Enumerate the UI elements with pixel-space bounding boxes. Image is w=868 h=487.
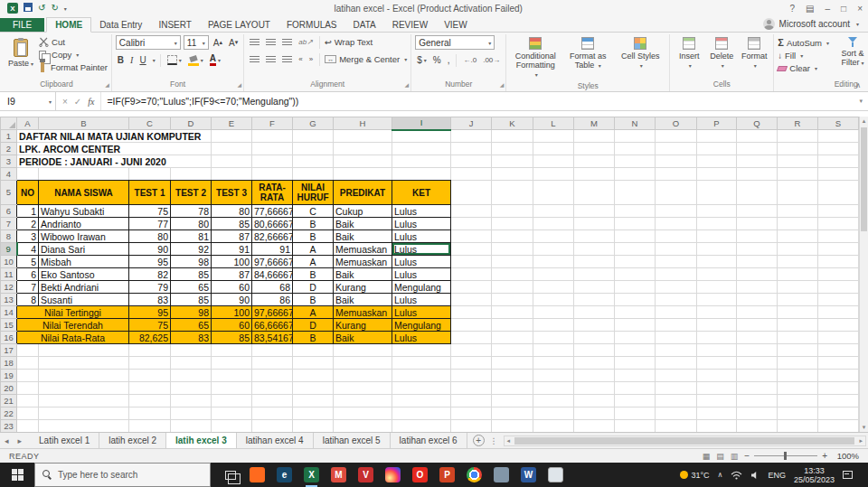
tab-data-entry[interactable]: Data Entry: [91, 18, 150, 32]
cell-R16[interactable]: [778, 332, 818, 344]
cell-P18[interactable]: [697, 357, 737, 370]
tab-data[interactable]: DATA: [345, 18, 384, 32]
cell-G12[interactable]: D: [293, 281, 334, 294]
increase-font-icon[interactable]: A▴: [212, 36, 224, 50]
vertical-scrollbar[interactable]: ▴ ▾: [859, 117, 868, 432]
cell-S16[interactable]: [818, 332, 859, 344]
cell-L2[interactable]: [533, 143, 574, 155]
cell-A21[interactable]: [17, 395, 39, 407]
enter-formula-icon[interactable]: ✓: [74, 97, 81, 107]
cell-S7[interactable]: [818, 218, 859, 230]
conditional-formatting-button[interactable]: Conditional Formatting ▾: [510, 35, 561, 81]
cell-N11[interactable]: [615, 268, 656, 281]
fill-color-button[interactable]: ▾: [186, 53, 205, 67]
cell-C23[interactable]: [129, 420, 171, 433]
cell-C5[interactable]: TEST 1: [129, 181, 171, 205]
cell-J19[interactable]: [451, 370, 492, 382]
taskbar-app-instagram[interactable]: [385, 467, 401, 482]
cell-D20[interactable]: [171, 382, 212, 395]
cell-D14[interactable]: 98: [171, 306, 212, 319]
taskbar-app-gmail[interactable]: M: [331, 467, 346, 482]
cell-E9[interactable]: 91: [212, 243, 252, 256]
cell-O21[interactable]: [656, 395, 697, 407]
sheet-tab-4[interactable]: latihan excel 4: [237, 433, 314, 448]
cell-P5[interactable]: [697, 181, 737, 205]
formula-input[interactable]: =IF(F9>=70;"Lulus";IF(F9<=70;"Mengulang"…: [101, 92, 854, 110]
cell-M1[interactable]: [574, 130, 615, 143]
cell-H22[interactable]: [334, 407, 392, 420]
underline-button[interactable]: U: [137, 53, 147, 67]
cell-D2[interactable]: [171, 143, 212, 155]
cell-S22[interactable]: [818, 407, 859, 420]
cell-F2[interactable]: [252, 143, 293, 155]
cell-M23[interactable]: [574, 420, 615, 433]
cell-G17[interactable]: [293, 344, 334, 357]
cell-J15[interactable]: [451, 319, 492, 332]
cell-N3[interactable]: [615, 155, 656, 168]
cell-K1[interactable]: [492, 130, 533, 143]
column-header-E[interactable]: E: [212, 117, 252, 130]
cell-O20[interactable]: [656, 382, 697, 395]
save-icon[interactable]: [24, 3, 33, 14]
cell-H3[interactable]: [334, 155, 392, 168]
sheet-tab-5[interactable]: latihan excel 5: [314, 433, 391, 448]
cell-G21[interactable]: [293, 395, 334, 407]
cell-P2[interactable]: [697, 143, 737, 155]
cell-L18[interactable]: [533, 357, 574, 370]
cell-R12[interactable]: [778, 281, 818, 294]
cell-L14[interactable]: [533, 306, 574, 319]
align-top-icon[interactable]: [248, 35, 261, 49]
cell-K3[interactable]: [492, 155, 533, 168]
cell-S8[interactable]: [818, 230, 859, 243]
cell-N8[interactable]: [615, 230, 656, 243]
cell-B4[interactable]: [39, 168, 129, 181]
cell-N10[interactable]: [615, 256, 656, 268]
cell-C7[interactable]: 77: [129, 218, 171, 230]
cell-D3[interactable]: [171, 155, 212, 168]
cell-K8[interactable]: [492, 230, 533, 243]
cell-A19[interactable]: [17, 370, 39, 382]
cell-G8[interactable]: B: [293, 230, 334, 243]
decrease-indent-icon[interactable]: «: [297, 52, 304, 66]
cell-O4[interactable]: [656, 168, 697, 181]
cell-L21[interactable]: [533, 395, 574, 407]
cell-P16[interactable]: [697, 332, 737, 344]
horizontal-scrollbar[interactable]: ◂ ▸: [504, 435, 866, 446]
cell-N2[interactable]: [615, 143, 656, 155]
cell-A2[interactable]: LPK. ARCOM CENTER: [17, 143, 171, 155]
cell-C12[interactable]: 79: [129, 281, 171, 294]
cell-K12[interactable]: [492, 281, 533, 294]
cell-P22[interactable]: [697, 407, 737, 420]
cell-M4[interactable]: [574, 168, 615, 181]
cell-C17[interactable]: [129, 344, 171, 357]
number-format-select[interactable]: General▾: [415, 35, 495, 50]
cell-M21[interactable]: [574, 395, 615, 407]
cell-H18[interactable]: [334, 357, 392, 370]
cell-H7[interactable]: Baik: [334, 218, 392, 230]
cell-I19[interactable]: [392, 370, 451, 382]
row-header-2[interactable]: 2: [1, 143, 17, 155]
cell-F10[interactable]: 97,66667: [252, 256, 293, 268]
cell-P8[interactable]: [697, 230, 737, 243]
excel-logo-icon[interactable]: X: [7, 3, 18, 14]
cell-P11[interactable]: [697, 268, 737, 281]
cell-H17[interactable]: [334, 344, 392, 357]
cell-M6[interactable]: [574, 205, 615, 218]
cell-H16[interactable]: Baik: [334, 332, 392, 344]
column-header-L[interactable]: L: [533, 117, 574, 130]
cell-E22[interactable]: [212, 407, 252, 420]
cell-C10[interactable]: 95: [129, 256, 171, 268]
cell-S10[interactable]: [818, 256, 859, 268]
cell-Q15[interactable]: [737, 319, 778, 332]
cell-S4[interactable]: [818, 168, 859, 181]
cell-M20[interactable]: [574, 382, 615, 395]
cell-E2[interactable]: [212, 143, 252, 155]
cell-A12[interactable]: 7: [17, 281, 39, 294]
task-view-icon[interactable]: [222, 467, 238, 482]
sheet-nav-left-icon[interactable]: ◂: [0, 436, 14, 445]
cell-I8[interactable]: Lulus: [392, 230, 451, 243]
cell-D15[interactable]: 65: [171, 319, 212, 332]
tab-file[interactable]: FILE: [0, 18, 44, 32]
cell-B5[interactable]: NAMA SISWA: [39, 181, 129, 205]
cell-N7[interactable]: [615, 218, 656, 230]
